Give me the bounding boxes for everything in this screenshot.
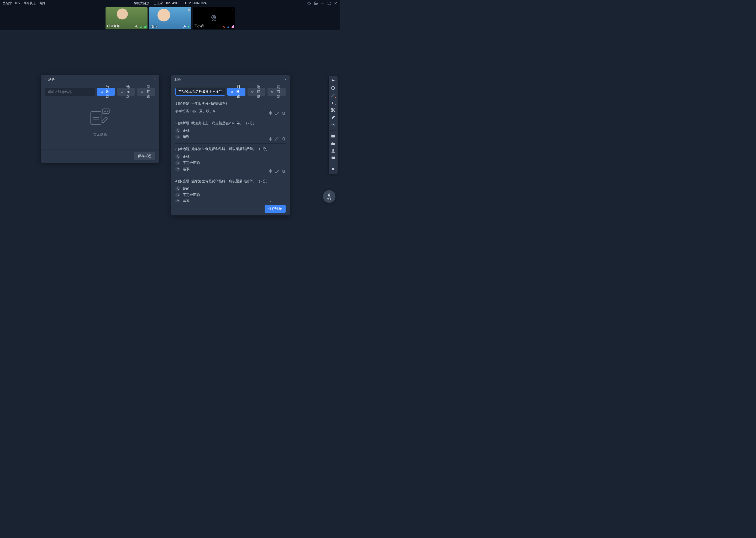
tile-close-icon[interactable]: × [231, 8, 234, 12]
trash-icon[interactable] [282, 169, 286, 173]
gear-icon[interactable] [314, 1, 318, 5]
question-option[interactable]: B不完全正确 [175, 192, 286, 197]
question-block: 1 [简答题] 一年四季分别是哪四季?参考答案：春、夏、秋、冬 [175, 98, 286, 118]
cursor-tool-icon[interactable] [331, 78, 336, 83]
svg-point-27 [107, 111, 108, 112]
svg-rect-15 [228, 26, 229, 27]
mic-icon [139, 25, 143, 28]
option-badge: B [175, 161, 180, 165]
right-toolbar: T [329, 76, 338, 174]
network-status: 网络状态：良好 [24, 1, 45, 6]
svg-text:T: T [332, 101, 334, 105]
edit-icon[interactable] [275, 201, 279, 202]
chat-tool-icon[interactable] [331, 156, 336, 161]
option-badge: A [175, 186, 180, 191]
video-name-label: Nina [151, 25, 157, 28]
trash-icon[interactable] [282, 137, 286, 141]
svg-rect-28 [231, 91, 233, 93]
add-choice-button[interactable]: 选择题 [117, 88, 135, 96]
svg-rect-10 [188, 26, 189, 27]
video-tile-student-off[interactable]: × 王小明 [193, 7, 235, 29]
edit-icon[interactable] [275, 169, 279, 173]
svg-rect-40 [331, 143, 335, 145]
video-tiles-row: 叮当老师 × Nina × 王小明 [0, 6, 340, 30]
choice-icon [121, 90, 123, 93]
question-title: 1 [简答题] 一年四季分别是哪四季? [175, 101, 286, 106]
laser-tool-icon[interactable] [331, 123, 336, 127]
volume-bars-icon [231, 25, 234, 28]
text-tool-icon[interactable]: T [331, 100, 336, 105]
judge-icon [101, 90, 103, 93]
edit-icon[interactable] [275, 111, 279, 115]
svg-point-38 [333, 124, 334, 126]
option-text: 不完全正确 [183, 161, 200, 165]
question-title: 2 [判断题] 我国宪法上一次更新是在2020年。 （2分） [175, 121, 286, 126]
quiz-name-input[interactable] [175, 88, 225, 96]
quiz-name-input[interactable] [45, 88, 95, 96]
add-judge-button[interactable]: 判断题 [227, 88, 246, 96]
question-option[interactable]: A正确 [175, 154, 286, 159]
close-icon[interactable]: × [154, 77, 156, 82]
svg-point-9 [184, 26, 185, 27]
question-title: 3 [单选题] 施华洛世奇是反华品牌，所以梁鼎琪反华。 （2分） [175, 146, 286, 152]
option-text: 错误 [183, 199, 190, 202]
svg-point-35 [331, 111, 333, 112]
hand-count: 0/2 [327, 197, 331, 200]
option-text: 是的 [183, 186, 190, 191]
close-icon[interactable] [334, 1, 338, 5]
question-option[interactable]: A是的 [175, 186, 286, 191]
move-icon[interactable] [268, 201, 272, 202]
record-icon [135, 25, 138, 28]
back-icon[interactable] [44, 78, 46, 81]
quiz-panel-edit: 测验 × 判断题 选择题 简答题 1 [简答题] 一年四季分别是哪四季?参考答案… [171, 75, 290, 215]
text-icon [271, 90, 273, 93]
fullscreen-icon[interactable] [327, 1, 331, 5]
move-icon[interactable] [268, 111, 272, 115]
svg-point-29 [252, 91, 253, 93]
volume-bars-icon [144, 25, 147, 28]
option-badge: C [175, 199, 180, 202]
tile-close-icon[interactable]: × [188, 8, 190, 12]
add-short-answer-button[interactable]: 简答题 [137, 88, 155, 96]
judge-icon [231, 90, 233, 93]
svg-point-6 [136, 26, 137, 27]
svg-point-34 [331, 108, 333, 110]
camera-off-icon [209, 14, 218, 23]
add-short-answer-button[interactable]: 简答题 [267, 88, 286, 96]
trash-icon[interactable] [282, 201, 286, 202]
svg-point-12 [213, 17, 214, 18]
user-tool-icon[interactable] [331, 148, 336, 153]
save-quiz-button[interactable]: 保存试卷 [264, 205, 286, 213]
video-tile-student[interactable]: × Nina [149, 7, 191, 29]
move-tool-icon[interactable] [331, 86, 336, 90]
camera-toggle-icon[interactable] [307, 1, 311, 5]
quiz-panel-empty: 测验 × 判断题 选择题 简答题 [41, 75, 159, 163]
save-quiz-button[interactable]: 保存试卷 [134, 152, 155, 160]
scissors-tool-icon[interactable] [331, 108, 336, 112]
video-tile-teacher[interactable]: 叮当老师 [106, 7, 148, 29]
hand-raise-button[interactable]: 0/2 [323, 190, 336, 203]
close-icon[interactable]: × [284, 77, 287, 82]
class-id: ID：2020070324 [183, 1, 207, 6]
add-judge-button[interactable]: 判断题 [97, 88, 115, 96]
add-choice-button[interactable]: 选择题 [248, 88, 266, 96]
record-icon [183, 25, 186, 28]
question-block: 4 [多选题] 施华洛世奇是反华品牌，所以梁鼎琪反华。 （2分）A是的B不完全正… [175, 176, 286, 202]
question-option[interactable]: A正确 [175, 128, 286, 133]
move-icon[interactable] [268, 137, 272, 141]
pen-tool-icon[interactable] [331, 93, 336, 98]
question-option[interactable]: B不完全正确 [175, 161, 286, 165]
move-icon[interactable] [268, 169, 272, 173]
option-badge: A [175, 154, 180, 159]
bell-tool-icon[interactable] [331, 167, 336, 172]
edit-icon[interactable] [275, 137, 279, 141]
option-badge: B [175, 192, 180, 197]
minimize-icon[interactable] [320, 1, 324, 5]
trash-icon[interactable] [282, 111, 286, 115]
toolbox-tool-icon[interactable] [331, 141, 336, 146]
option-text: 正确 [183, 154, 190, 159]
eraser-tool-icon[interactable] [331, 115, 336, 120]
question-block: 2 [判断题] 我国宪法上一次更新是在2020年。 （2分）A正确B错误 [175, 118, 286, 144]
folder-tool-icon[interactable] [331, 134, 336, 138]
empty-illustration-icon [88, 107, 112, 128]
